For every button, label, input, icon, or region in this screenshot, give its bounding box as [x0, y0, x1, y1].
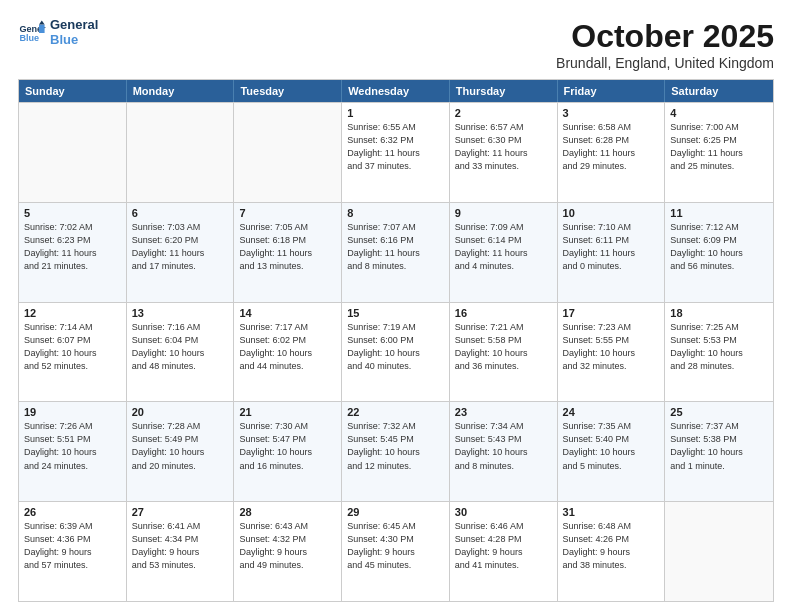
cal-cell-w1-d7: 4Sunrise: 7:00 AM Sunset: 6:25 PM Daylig… — [665, 103, 773, 202]
day-number: 25 — [670, 406, 768, 418]
cal-cell-w3-d6: 17Sunrise: 7:23 AM Sunset: 5:55 PM Dayli… — [558, 303, 666, 402]
day-number: 6 — [132, 207, 229, 219]
cal-cell-w2-d7: 11Sunrise: 7:12 AM Sunset: 6:09 PM Dayli… — [665, 203, 773, 302]
day-number: 2 — [455, 107, 552, 119]
day-info: Sunrise: 7:32 AM Sunset: 5:45 PM Dayligh… — [347, 420, 444, 472]
day-number: 13 — [132, 307, 229, 319]
logo-text-line1: General — [50, 18, 98, 33]
cal-cell-w1-d5: 2Sunrise: 6:57 AM Sunset: 6:30 PM Daylig… — [450, 103, 558, 202]
cal-cell-w5-d7 — [665, 502, 773, 601]
day-info: Sunrise: 7:30 AM Sunset: 5:47 PM Dayligh… — [239, 420, 336, 472]
day-info: Sunrise: 7:14 AM Sunset: 6:07 PM Dayligh… — [24, 321, 121, 373]
day-number: 26 — [24, 506, 121, 518]
cal-cell-w4-d6: 24Sunrise: 7:35 AM Sunset: 5:40 PM Dayli… — [558, 402, 666, 501]
day-info: Sunrise: 7:28 AM Sunset: 5:49 PM Dayligh… — [132, 420, 229, 472]
calendar-week-4: 19Sunrise: 7:26 AM Sunset: 5:51 PM Dayli… — [19, 401, 773, 501]
calendar-header: Sunday Monday Tuesday Wednesday Thursday… — [19, 80, 773, 102]
title-block: October 2025 Brundall, England, United K… — [556, 18, 774, 71]
day-number: 10 — [563, 207, 660, 219]
day-info: Sunrise: 6:41 AM Sunset: 4:34 PM Dayligh… — [132, 520, 229, 572]
day-info: Sunrise: 7:35 AM Sunset: 5:40 PM Dayligh… — [563, 420, 660, 472]
header: General Blue General Blue October 2025 B… — [18, 18, 774, 71]
day-number: 3 — [563, 107, 660, 119]
day-number: 19 — [24, 406, 121, 418]
cal-cell-w5-d2: 27Sunrise: 6:41 AM Sunset: 4:34 PM Dayli… — [127, 502, 235, 601]
cal-cell-w4-d7: 25Sunrise: 7:37 AM Sunset: 5:38 PM Dayli… — [665, 402, 773, 501]
cal-cell-w1-d3 — [234, 103, 342, 202]
day-number: 11 — [670, 207, 768, 219]
cal-cell-w5-d4: 29Sunrise: 6:45 AM Sunset: 4:30 PM Dayli… — [342, 502, 450, 601]
calendar-week-5: 26Sunrise: 6:39 AM Sunset: 4:36 PM Dayli… — [19, 501, 773, 601]
weekday-thursday: Thursday — [450, 80, 558, 102]
day-number: 31 — [563, 506, 660, 518]
day-info: Sunrise: 6:46 AM Sunset: 4:28 PM Dayligh… — [455, 520, 552, 572]
day-info: Sunrise: 7:34 AM Sunset: 5:43 PM Dayligh… — [455, 420, 552, 472]
day-info: Sunrise: 7:12 AM Sunset: 6:09 PM Dayligh… — [670, 221, 768, 273]
day-number: 14 — [239, 307, 336, 319]
cal-cell-w2-d5: 9Sunrise: 7:09 AM Sunset: 6:14 PM Daylig… — [450, 203, 558, 302]
weekday-wednesday: Wednesday — [342, 80, 450, 102]
cal-cell-w5-d3: 28Sunrise: 6:43 AM Sunset: 4:32 PM Dayli… — [234, 502, 342, 601]
cal-cell-w2-d6: 10Sunrise: 7:10 AM Sunset: 6:11 PM Dayli… — [558, 203, 666, 302]
day-info: Sunrise: 7:26 AM Sunset: 5:51 PM Dayligh… — [24, 420, 121, 472]
cal-cell-w1-d1 — [19, 103, 127, 202]
calendar-week-1: 1Sunrise: 6:55 AM Sunset: 6:32 PM Daylig… — [19, 102, 773, 202]
day-number: 28 — [239, 506, 336, 518]
day-info: Sunrise: 7:05 AM Sunset: 6:18 PM Dayligh… — [239, 221, 336, 273]
logo: General Blue General Blue — [18, 18, 98, 48]
day-info: Sunrise: 7:16 AM Sunset: 6:04 PM Dayligh… — [132, 321, 229, 373]
calendar: Sunday Monday Tuesday Wednesday Thursday… — [18, 79, 774, 602]
cal-cell-w5-d1: 26Sunrise: 6:39 AM Sunset: 4:36 PM Dayli… — [19, 502, 127, 601]
day-info: Sunrise: 6:45 AM Sunset: 4:30 PM Dayligh… — [347, 520, 444, 572]
day-number: 22 — [347, 406, 444, 418]
day-info: Sunrise: 7:07 AM Sunset: 6:16 PM Dayligh… — [347, 221, 444, 273]
weekday-friday: Friday — [558, 80, 666, 102]
day-number: 9 — [455, 207, 552, 219]
day-number: 1 — [347, 107, 444, 119]
day-number: 21 — [239, 406, 336, 418]
cal-cell-w2-d3: 7Sunrise: 7:05 AM Sunset: 6:18 PM Daylig… — [234, 203, 342, 302]
day-number: 4 — [670, 107, 768, 119]
cal-cell-w2-d2: 6Sunrise: 7:03 AM Sunset: 6:20 PM Daylig… — [127, 203, 235, 302]
cal-cell-w5-d5: 30Sunrise: 6:46 AM Sunset: 4:28 PM Dayli… — [450, 502, 558, 601]
cal-cell-w1-d2 — [127, 103, 235, 202]
cal-cell-w3-d3: 14Sunrise: 7:17 AM Sunset: 6:02 PM Dayli… — [234, 303, 342, 402]
cal-cell-w1-d4: 1Sunrise: 6:55 AM Sunset: 6:32 PM Daylig… — [342, 103, 450, 202]
day-info: Sunrise: 7:02 AM Sunset: 6:23 PM Dayligh… — [24, 221, 121, 273]
cal-cell-w4-d4: 22Sunrise: 7:32 AM Sunset: 5:45 PM Dayli… — [342, 402, 450, 501]
cal-cell-w2-d4: 8Sunrise: 7:07 AM Sunset: 6:16 PM Daylig… — [342, 203, 450, 302]
svg-marker-2 — [39, 25, 45, 33]
day-number: 29 — [347, 506, 444, 518]
calendar-week-2: 5Sunrise: 7:02 AM Sunset: 6:23 PM Daylig… — [19, 202, 773, 302]
cal-cell-w5-d6: 31Sunrise: 6:48 AM Sunset: 4:26 PM Dayli… — [558, 502, 666, 601]
page: General Blue General Blue October 2025 B… — [0, 0, 792, 612]
day-number: 12 — [24, 307, 121, 319]
day-number: 17 — [563, 307, 660, 319]
day-number: 23 — [455, 406, 552, 418]
day-info: Sunrise: 7:09 AM Sunset: 6:14 PM Dayligh… — [455, 221, 552, 273]
weekday-saturday: Saturday — [665, 80, 773, 102]
svg-text:Blue: Blue — [19, 33, 39, 43]
day-info: Sunrise: 6:39 AM Sunset: 4:36 PM Dayligh… — [24, 520, 121, 572]
day-info: Sunrise: 7:19 AM Sunset: 6:00 PM Dayligh… — [347, 321, 444, 373]
day-info: Sunrise: 7:23 AM Sunset: 5:55 PM Dayligh… — [563, 321, 660, 373]
cal-cell-w3-d2: 13Sunrise: 7:16 AM Sunset: 6:04 PM Dayli… — [127, 303, 235, 402]
day-number: 8 — [347, 207, 444, 219]
day-number: 5 — [24, 207, 121, 219]
logo-icon: General Blue — [18, 19, 46, 47]
cal-cell-w4-d3: 21Sunrise: 7:30 AM Sunset: 5:47 PM Dayli… — [234, 402, 342, 501]
cal-cell-w3-d1: 12Sunrise: 7:14 AM Sunset: 6:07 PM Dayli… — [19, 303, 127, 402]
day-number: 24 — [563, 406, 660, 418]
cal-cell-w4-d5: 23Sunrise: 7:34 AM Sunset: 5:43 PM Dayli… — [450, 402, 558, 501]
day-info: Sunrise: 6:48 AM Sunset: 4:26 PM Dayligh… — [563, 520, 660, 572]
day-info: Sunrise: 7:25 AM Sunset: 5:53 PM Dayligh… — [670, 321, 768, 373]
cal-cell-w2-d1: 5Sunrise: 7:02 AM Sunset: 6:23 PM Daylig… — [19, 203, 127, 302]
cal-cell-w3-d4: 15Sunrise: 7:19 AM Sunset: 6:00 PM Dayli… — [342, 303, 450, 402]
day-info: Sunrise: 7:21 AM Sunset: 5:58 PM Dayligh… — [455, 321, 552, 373]
weekday-monday: Monday — [127, 80, 235, 102]
day-number: 15 — [347, 307, 444, 319]
location: Brundall, England, United Kingdom — [556, 55, 774, 71]
calendar-body: 1Sunrise: 6:55 AM Sunset: 6:32 PM Daylig… — [19, 102, 773, 601]
day-info: Sunrise: 7:17 AM Sunset: 6:02 PM Dayligh… — [239, 321, 336, 373]
weekday-tuesday: Tuesday — [234, 80, 342, 102]
